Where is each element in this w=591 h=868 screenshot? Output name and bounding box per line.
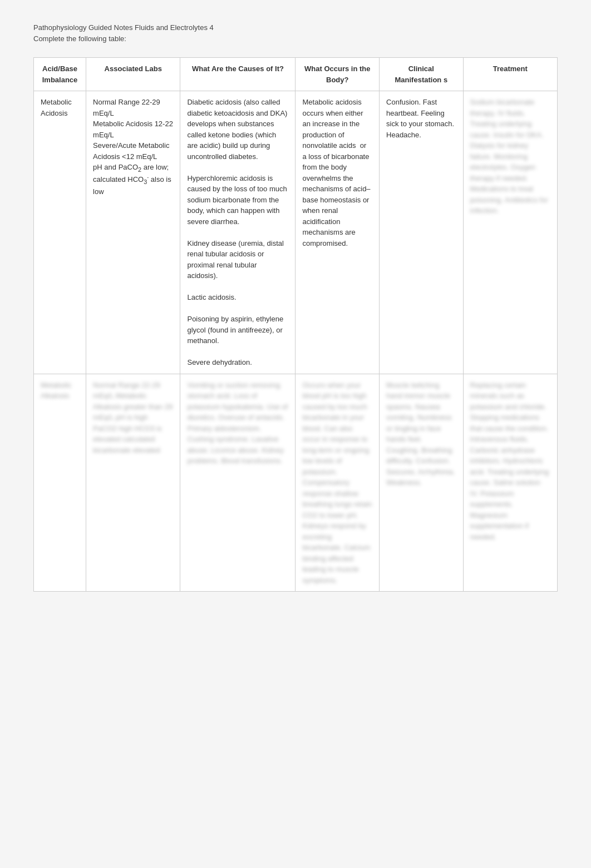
- table-row: Metabolic Acidosis Normal Range 22-29 mE…: [34, 91, 558, 374]
- cell-manifestations-2: Muscle twitching hand tremor muscle spas…: [380, 374, 464, 592]
- col-header-labs: Associated Labs: [86, 58, 180, 91]
- manifestations-blurred-2: Muscle twitching hand tremor muscle spas…: [386, 381, 455, 487]
- cell-causes-1: Diabetic acidosis (also called diabetic …: [180, 91, 296, 374]
- col-header-imbalance: Acid/BaseImbalance: [34, 58, 86, 91]
- cell-treatment-1: Sodium bicarbonate therapy. IV fluids. T…: [463, 91, 557, 374]
- cell-causes-2: Vomiting or suction removing stomach aci…: [180, 374, 296, 592]
- cell-imbalance-2: Metabolic Alkalosis: [34, 374, 86, 592]
- cell-imbalance-1: Metabolic Acidosis: [34, 91, 86, 374]
- header-line1: Pathophysiology Guided Notes Fluids and …: [33, 22, 558, 33]
- page-header: Pathophysiology Guided Notes Fluids and …: [33, 22, 558, 44]
- causes-blurred-2: Vomiting or suction removing stomach aci…: [187, 381, 288, 465]
- col-header-occurs: What Occurs in the Body?: [296, 58, 380, 91]
- header-line2: Complete the following table:: [33, 33, 558, 44]
- cell-labs-1: Normal Range 22-29 mEq/L Metabolic Acido…: [86, 91, 180, 374]
- cell-labs-2: Normal Range 22-29 mEq/L Metabolic Alkal…: [86, 374, 180, 592]
- cell-occurs-2: Occurs when your blood pH is too high ca…: [296, 374, 380, 592]
- col-header-causes: What Are the Causes of It?: [180, 58, 296, 91]
- col-header-treatment: Treatment: [463, 58, 557, 91]
- treatment-blurred-1: Sodium bicarbonate therapy. IV fluids. T…: [470, 98, 548, 215]
- cell-treatment-2: Replacing certain minerals such as potas…: [463, 374, 557, 592]
- cell-manifestations-1: Confusion. Fast heartbeat. Feeling sick …: [380, 91, 464, 374]
- treatment-blurred-2: Replacing certain minerals such as potas…: [470, 381, 549, 541]
- labs-blurred-2: Normal Range 22-29 mEq/L Metabolic Alkal…: [93, 381, 173, 454]
- cell-occurs-1: Metabolic acidosis occurs when either an…: [296, 91, 380, 374]
- main-table: Acid/BaseImbalance Associated Labs What …: [33, 57, 558, 592]
- imbalance-label-1: Metabolic Acidosis: [41, 98, 72, 117]
- table-header-row: Acid/BaseImbalance Associated Labs What …: [34, 58, 558, 91]
- col-header-manifestations: Clinical Manifestation s: [380, 58, 464, 91]
- imbalance-blurred-2: Metabolic Alkalosis: [41, 381, 72, 400]
- table-row: Metabolic Alkalosis Normal Range 22-29 m…: [34, 374, 558, 592]
- occurs-blurred-2: Occurs when your blood pH is too high ca…: [302, 381, 372, 584]
